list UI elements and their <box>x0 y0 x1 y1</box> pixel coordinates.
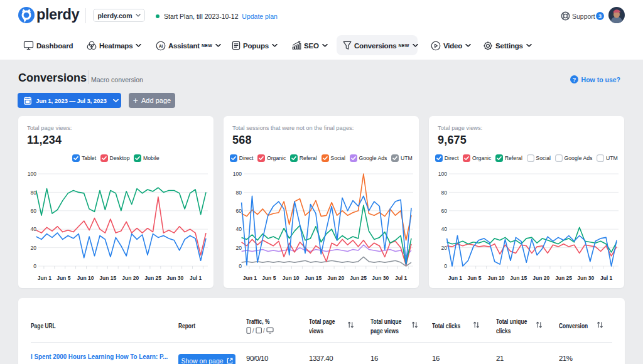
svg-text:?: ? <box>572 77 576 83</box>
svg-text:40: 40 <box>441 226 448 232</box>
svg-text:80: 80 <box>31 190 37 196</box>
svg-text:0: 0 <box>239 263 242 269</box>
svg-text:Jun 10: Jun 10 <box>488 275 505 281</box>
svg-text:Jun 5: Jun 5 <box>262 275 276 281</box>
svg-text:0: 0 <box>444 263 447 269</box>
svg-text:100: 100 <box>28 171 36 177</box>
svg-text:Jul 1: Jul 1 <box>600 275 613 281</box>
svg-text:Jun 20: Jun 20 <box>327 275 344 281</box>
svg-text:20: 20 <box>441 245 448 251</box>
svg-text:40: 40 <box>236 226 242 232</box>
svg-text:Jun 10: Jun 10 <box>283 275 300 281</box>
svg-text:Jun 30: Jun 30 <box>577 275 594 281</box>
svg-text:/: / <box>252 328 254 334</box>
svg-text:Jun 20: Jun 20 <box>532 275 549 281</box>
svg-text:/: / <box>263 328 265 334</box>
svg-text:Jul 1: Jul 1 <box>190 275 202 281</box>
svg-text:Jun 25: Jun 25 <box>144 275 161 281</box>
svg-text:AI: AI <box>159 43 163 48</box>
svg-text:60: 60 <box>441 208 448 214</box>
svg-text:Jun 30: Jun 30 <box>166 275 183 281</box>
svg-text:Jun 30: Jun 30 <box>372 275 389 281</box>
svg-text:20: 20 <box>236 245 242 251</box>
svg-text:Jul 1: Jul 1 <box>395 275 408 281</box>
svg-text:Jun 1: Jun 1 <box>243 275 257 281</box>
svg-text:0: 0 <box>33 263 36 269</box>
svg-text:Jun 10: Jun 10 <box>77 275 94 281</box>
svg-text:80: 80 <box>441 190 448 196</box>
svg-text:80: 80 <box>236 190 242 196</box>
svg-text:100: 100 <box>438 171 447 177</box>
svg-text:Jun 25: Jun 25 <box>555 275 572 281</box>
svg-text:Jun 1: Jun 1 <box>448 275 462 281</box>
svg-text:Jun 5: Jun 5 <box>467 275 481 281</box>
svg-text:Jun 25: Jun 25 <box>350 275 367 281</box>
svg-text:100: 100 <box>233 171 242 177</box>
svg-text:40: 40 <box>31 226 37 232</box>
svg-text:Jun 15: Jun 15 <box>305 275 322 281</box>
svg-text:20: 20 <box>31 245 37 251</box>
svg-text:Jun 20: Jun 20 <box>122 275 139 281</box>
svg-text:Jun 15: Jun 15 <box>510 275 527 281</box>
svg-text:Jun 5: Jun 5 <box>57 275 70 281</box>
svg-text:60: 60 <box>31 208 37 214</box>
svg-text:60: 60 <box>236 208 242 214</box>
svg-text:Jun 1: Jun 1 <box>38 275 51 281</box>
svg-text:Jun 15: Jun 15 <box>99 275 116 281</box>
